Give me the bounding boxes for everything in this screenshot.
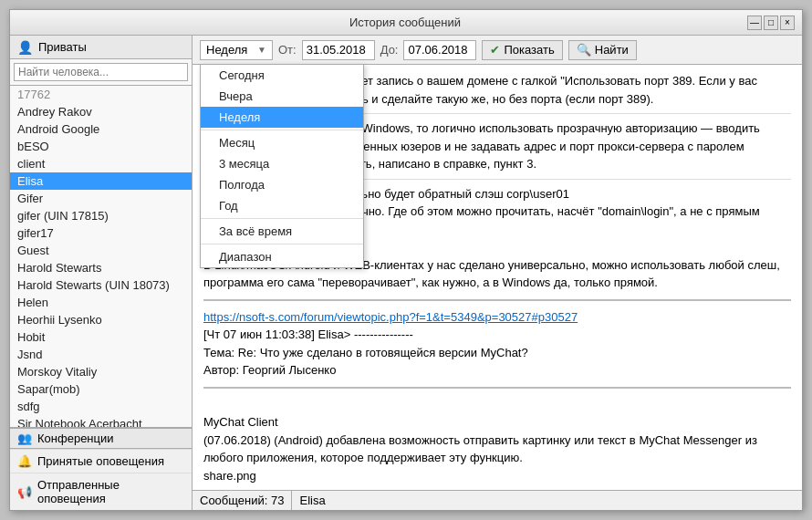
sidebar-search-area <box>10 59 192 86</box>
message-text: Автор: Георгий Лысенко <box>203 361 791 380</box>
toolbar: Неделя ▼ От: До: ✔ Показать 🔍 Найти <box>193 36 802 65</box>
dropdown-item-year[interactable]: Год <box>201 195 363 216</box>
from-label: От: <box>278 43 297 57</box>
list-item[interactable]: sdfg <box>10 398 192 415</box>
user-status: Elisa <box>292 491 332 510</box>
dropdown-item-alltime[interactable]: За всё время <box>201 221 363 242</box>
period-dropdown: Сегодня Вчера Неделя Месяц 3 месяца Полг… <box>200 64 364 268</box>
message-text: MyChat Client <box>203 413 791 432</box>
period-value: Неделя <box>206 43 247 57</box>
dropdown-item-halfyear[interactable]: Полгода <box>201 174 363 195</box>
close-button[interactable]: × <box>780 16 795 30</box>
dropdown-item-3months[interactable]: 3 месяца <box>201 153 363 174</box>
sent-label: Отправленные оповещения <box>37 478 184 505</box>
list-item[interactable]: Harold Stewarts <box>10 259 192 276</box>
list-item[interactable]: Android Google <box>10 120 192 138</box>
list-item[interactable]: bESO <box>10 138 192 155</box>
title-bar: История сообщений — □ × <box>10 10 802 36</box>
show-button[interactable]: ✔ Показать <box>482 40 562 60</box>
sidebar: 👤 Приваты 17762 Andrey Rakov Android Goo… <box>10 36 193 510</box>
send-icon: 📢 <box>17 485 32 499</box>
sidebar-header: 👤 Приваты <box>10 36 192 59</box>
list-item[interactable]: Andrey Rakov <box>10 103 192 120</box>
conferences-header[interactable]: 👥 Конференции <box>10 428 192 449</box>
maximize-button[interactable]: □ <box>764 16 778 30</box>
main-window: История сообщений — □ × 👤 Приваты 17762 … <box>9 9 803 511</box>
chevron-down-icon: ▼ <box>257 45 266 55</box>
from-date-input[interactable] <box>302 40 375 60</box>
find-label: Найти <box>595 43 629 57</box>
list-item[interactable]: Sapar(mob) <box>10 380 192 398</box>
message-text: share.png <box>203 467 791 485</box>
window-controls: — □ × <box>747 16 795 30</box>
list-item[interactable]: Gifer <box>10 190 192 207</box>
list-item[interactable]: Guest <box>10 242 192 259</box>
check-icon: ✔ <box>490 43 500 57</box>
window-title: История сообщений <box>63 16 747 29</box>
contacts-list: 17762 Andrey Rakov Android Google bESO c… <box>10 86 192 427</box>
minimize-button[interactable]: — <box>747 16 762 30</box>
person-icon: 👤 <box>17 40 33 55</box>
list-item[interactable]: Heorhii Lysenko <box>10 311 192 328</box>
message-link[interactable]: https://nsoft-s.com/forum/viewtopic.php?… <box>203 308 791 327</box>
conf-label: Конференции <box>37 432 114 445</box>
dropdown-item-today[interactable]: Сегодня <box>201 65 363 86</box>
dropdown-item-range[interactable]: Диапазон <box>201 246 363 267</box>
messages-count-label: Сообщений: 73 <box>200 494 284 507</box>
message-text: [Чт 07 июн 11:03:38] Elisa> ------------… <box>203 326 791 344</box>
list-item[interactable]: gifer (UIN 17815) <box>10 207 192 224</box>
period-select: Неделя ▼ <box>200 40 273 60</box>
to-label: До: <box>380 43 399 57</box>
list-item[interactable]: Harold Stewarts (UIN 18073) <box>10 276 192 294</box>
list-item[interactable]: Morskoy Vitaliy <box>10 363 192 380</box>
to-date-input[interactable] <box>403 40 476 60</box>
dropdown-item-yesterday[interactable]: Вчера <box>201 86 363 107</box>
status-bar: Сообщений: 73 Elisa <box>193 490 802 510</box>
received-label: Принятые оповещения <box>37 454 164 468</box>
show-label: Показать <box>504 43 554 57</box>
user-label: Elisa <box>299 494 325 507</box>
main-content: 👤 Приваты 17762 Andrey Rakov Android Goo… <box>10 36 802 510</box>
list-item[interactable]: Jsnd <box>10 346 192 363</box>
received-alerts-item[interactable]: 🔔 Принятые оповещения <box>10 449 192 473</box>
message-text: Тема: Re: Что уже сделано в готовящейся … <box>203 344 791 362</box>
list-item-elisa[interactable]: Elisa <box>10 172 192 190</box>
search-icon: 🔍 <box>577 43 591 57</box>
bell-icon: 🔔 <box>17 454 32 468</box>
list-item[interactable]: Helen <box>10 294 192 311</box>
search-input[interactable] <box>14 63 188 81</box>
sidebar-header-label: Приваты <box>38 40 87 54</box>
sidebar-bottom: 👥 Конференции 🔔 Принятые оповещения 📢 От… <box>10 427 192 510</box>
list-item[interactable]: client <box>10 155 192 172</box>
find-button[interactable]: 🔍 Найти <box>568 40 637 60</box>
right-panel: Неделя ▼ От: До: ✔ Показать 🔍 Найти <box>193 36 802 510</box>
dropdown-item-week[interactable]: Неделя <box>201 107 363 128</box>
period-dropdown-button[interactable]: Неделя ▼ <box>200 40 273 60</box>
conf-icon: 👥 <box>17 432 32 445</box>
messages-count: Сообщений: 73 <box>193 491 292 510</box>
message-text: (07.06.2018) (Android) добавлена возможн… <box>203 432 791 467</box>
list-item[interactable]: Sir Notebook Acerbacht <box>10 415 192 427</box>
list-item[interactable]: gifer17 <box>10 224 192 242</box>
list-item[interactable]: Hobit <box>10 328 192 346</box>
sent-alerts-item[interactable]: 📢 Отправленные оповещения <box>10 473 192 510</box>
dropdown-item-month[interactable]: Месяц <box>201 132 363 153</box>
list-item[interactable]: 17762 <box>10 86 192 103</box>
